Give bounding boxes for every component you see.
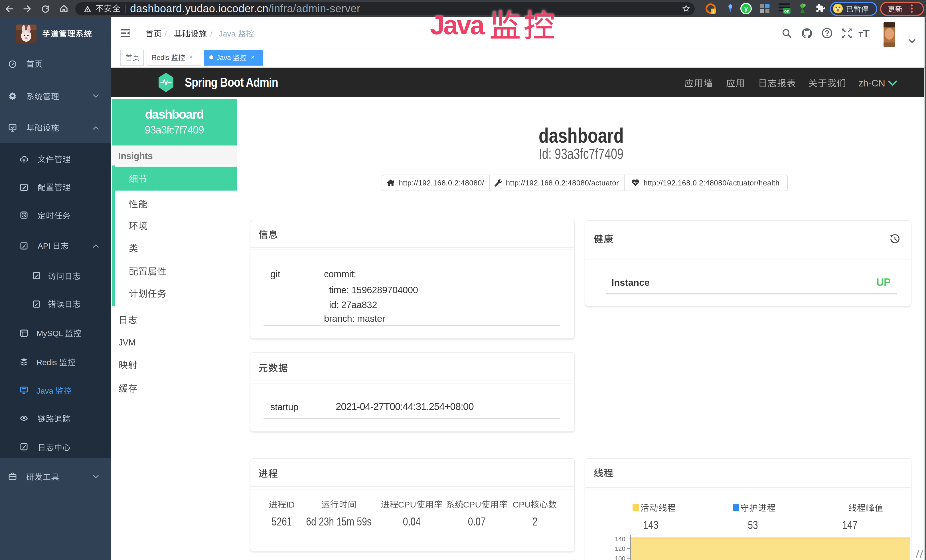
svg-text:on: on	[784, 9, 790, 14]
svg-text:1: 1	[712, 9, 715, 14]
svg-text:y: y	[744, 5, 748, 12]
